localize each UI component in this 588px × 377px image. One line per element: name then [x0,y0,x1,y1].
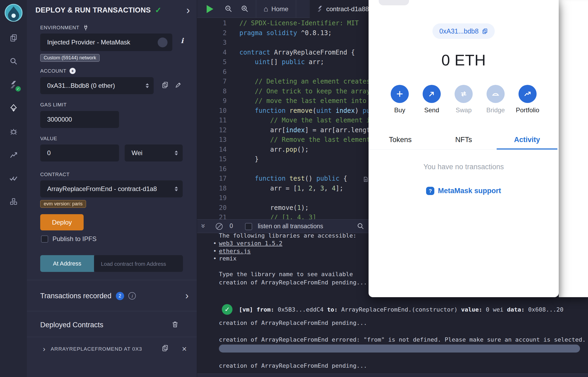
line-number: 13 [197,135,229,145]
check-icon: ✓ [155,6,161,15]
expand-contract-chevron-icon[interactable]: › [43,345,45,353]
buy-button[interactable]: Buy [387,85,413,114]
home-icon: ⌂ [264,5,268,13]
bridge-button: Bridge [483,85,508,114]
line-number: 8 [197,86,229,96]
tab-nfts[interactable]: NFTs [432,130,495,149]
at-address-button[interactable]: At Address [40,255,94,272]
solidity-analyzers-icon[interactable] [7,172,20,185]
value-label: VALUE [40,136,57,142]
solidity-compiler-icon[interactable]: ✓ [7,78,20,91]
copy-address-icon [482,28,488,34]
panel-expand-chevron-icon[interactable]: › [186,5,190,15]
environment-value: Injected Provider - MetaMask [47,39,130,46]
line-number: 7 [197,77,229,86]
terminal-line: creation of ArrayReplaceFromEnd errored:… [219,336,588,343]
environment-info-icon[interactable]: i [181,37,183,45]
remix-ide: ✓ DEPLOY & RUN TRANSACTIONS ✓ › ENVIRONM… [0,0,588,377]
value-input[interactable] [40,144,119,161]
plugin-manager-icon[interactable] [7,195,20,208]
action-label: Bridge [486,106,505,114]
terminal-link[interactable]: web3 version 1.5.2 [219,240,282,247]
transactions-expand-chevron-icon[interactable]: › [185,291,189,301]
transactions-recorded-row: Transactions recorded 2 i › [40,289,189,303]
terminal-tx-success-line[interactable]: ✓[vm] from: 0x5B3...eddC4 to: ArrayRepla… [222,304,564,315]
plug-icon [83,24,89,31]
divider [27,280,197,280]
line-number: 15 [197,154,229,164]
zoom-out-icon[interactable] [224,5,232,14]
action-label: Portfolio [516,106,539,114]
deploy-button[interactable]: Deploy [40,214,84,230]
tab-home[interactable]: ⌂ Home [256,0,296,18]
run-script-icon[interactable] [207,5,213,13]
metamask-support-link[interactable]: ? MetaMask support [369,187,559,195]
line-number: 10 [197,106,229,116]
terminal-link[interactable]: ethers.js [219,248,251,254]
environment-select[interactable]: Injected Provider - MetaMask [40,34,172,51]
swap-icon [455,85,473,103]
zoom-in-icon[interactable] [241,5,249,14]
empty-transactions-text: You have no transactions [369,163,559,171]
listen-checkbox[interactable] [245,223,252,230]
line-number: 5 [197,57,229,67]
terminal-line: remix [219,255,236,262]
remix-logo-icon[interactable] [4,3,23,22]
clear-deployed-trash-icon[interactable] [172,321,189,329]
publish-to-ipfs-checkbox[interactable] [41,235,48,243]
line-number: 16 [197,164,229,174]
tab-activity[interactable]: Activity [495,130,559,149]
portfolio-button[interactable]: Portfolio [515,85,540,114]
transactions-recorded-label: Transactions recorded [40,292,112,300]
solidity-file-icon [317,6,323,13]
terminal-bottom-strip [197,374,588,377]
action-label: Send [424,106,439,114]
line-number: 1 [197,18,229,28]
deploy-and-run-icon[interactable] [7,102,20,114]
line-number: 2 [197,28,229,38]
copy-contract-icon[interactable] [162,345,169,353]
deploy-run-panel: DEPLOY & RUN TRANSACTIONS ✓ › ENVIRONMEN… [27,0,197,377]
search-icon[interactable] [7,55,20,68]
tab-contract-label: contract-d1a881 [326,5,372,13]
eth-balance: 0 ETH [369,51,559,69]
panel-title: DEPLOY & RUN TRANSACTIONS [35,6,151,14]
statistics-icon[interactable] [7,148,20,161]
plus-icon [391,85,409,103]
account-address: 0xA31...bdb8 [439,27,479,35]
info-icon[interactable]: i [128,292,136,300]
terminal-scrollbar[interactable] [219,345,580,353]
value-unit: Wei [132,149,142,157]
terminal-line: creation of ArrayReplaceFromEnd pending.… [219,279,367,286]
value-unit-select[interactable]: Wei [125,144,183,161]
evm-version-badge: evm version: paris [40,200,86,208]
tab-tokens[interactable]: Tokens [369,130,432,149]
line-number: 18 [197,184,229,193]
send-button[interactable]: Send [419,85,444,114]
account-select[interactable]: 0xA31...Bbdb8 (0 ether) [40,77,154,94]
file-explorer-icon[interactable] [7,31,20,44]
sign-message-icon[interactable] [175,81,182,89]
clear-console-icon[interactable] [216,223,223,230]
account-address-pill[interactable]: 0xA31...bdb8 [432,23,495,39]
collapse-terminal-icon[interactable]: » [199,224,208,228]
gas-limit-input[interactable] [40,111,119,128]
at-address-input[interactable] [94,255,183,272]
remove-contract-icon[interactable]: × [182,344,187,354]
add-account-icon[interactable]: + [70,68,76,74]
deployed-contracts-row: Deployed Contracts [40,318,189,332]
action-label: Swap [456,106,472,114]
contract-select[interactable]: ArrayReplaceFromEnd - contract-d1a8 [40,180,183,197]
publish-to-ipfs-row: Publish to IPFS [41,235,96,243]
account-label: ACCOUNT + [40,68,76,74]
deployed-contracts-label: Deployed Contracts [40,321,103,329]
copy-account-icon[interactable] [162,81,169,89]
icon-sidebar: ✓ [0,0,27,377]
line-number: 20 [197,203,229,213]
debugger-icon[interactable] [7,125,20,138]
line-number: 19 [197,193,229,203]
contract-label: CONTRACT [40,172,70,177]
terminal-line: The following libraries are accessible: [219,232,357,239]
terminal-search-icon[interactable] [357,222,364,231]
provider-toggle-icon[interactable] [158,38,168,47]
